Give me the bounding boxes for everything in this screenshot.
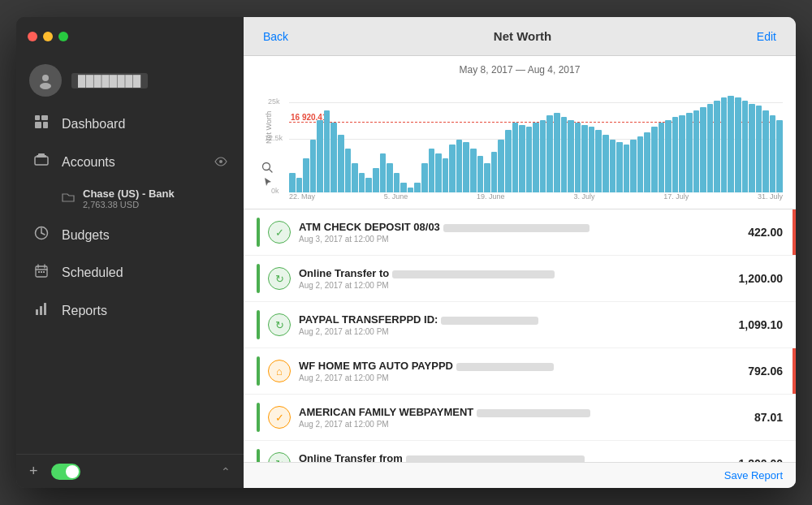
bar-27 xyxy=(477,156,484,192)
tx-amount: 422.00 xyxy=(748,226,783,239)
reports-icon xyxy=(32,301,50,320)
tx-red-bar xyxy=(793,348,796,394)
sidebar-item-scheduled[interactable]: Scheduled xyxy=(16,254,244,291)
tx-info: ATM CHECK DEPOSIT 08/03 Aug 3, 2017 at 1… xyxy=(299,221,740,244)
save-report-button[interactable]: Save Report xyxy=(721,468,786,483)
bar-4 xyxy=(317,120,323,192)
bar-19 xyxy=(421,163,428,192)
svg-rect-16 xyxy=(40,306,42,315)
bar-15 xyxy=(394,173,400,192)
bar-11 xyxy=(365,178,372,192)
bar-24 xyxy=(456,140,463,192)
tx-green-bar xyxy=(257,356,260,386)
svg-line-19 xyxy=(270,170,273,173)
titlebar xyxy=(16,17,244,56)
bar-40 xyxy=(568,120,574,192)
bar-9 xyxy=(352,163,358,192)
bar-56 xyxy=(679,115,685,192)
bar-62 xyxy=(721,97,728,192)
bar-31 xyxy=(505,130,512,192)
bar-70 xyxy=(776,120,783,192)
transaction-row[interactable]: ↻ Online Transfer from Aug 2, 2017 at 12… xyxy=(244,441,796,462)
chevron-up-icon[interactable]: ⌃ xyxy=(221,465,231,478)
bar-37 xyxy=(546,115,553,192)
dashboard-icon xyxy=(32,114,50,133)
bar-65 xyxy=(742,101,749,192)
tx-date: Aug 3, 2017 at 12:00 PM xyxy=(299,235,740,244)
sidebar-item-accounts[interactable]: Accounts xyxy=(16,143,244,181)
svg-rect-13 xyxy=(41,271,42,273)
x-label-0: 22. May xyxy=(289,192,315,201)
tx-icon: ↻ xyxy=(268,267,291,290)
sidebar-item-dashboard[interactable]: Dashboard xyxy=(16,105,244,143)
bar-35 xyxy=(533,123,539,192)
close-button[interactable] xyxy=(28,32,37,41)
tx-icon: ✓ xyxy=(268,406,291,429)
tx-name: Online Transfer from xyxy=(299,452,731,462)
tx-green-bar xyxy=(257,264,260,293)
bar-55 xyxy=(672,117,679,192)
bar-21 xyxy=(435,153,442,192)
bar-2 xyxy=(303,158,309,192)
sidebar-item-budgets[interactable]: Budgets xyxy=(16,216,244,254)
bar-20 xyxy=(429,149,435,192)
maximize-button[interactable] xyxy=(58,32,68,41)
bar-1 xyxy=(296,178,303,192)
zoom-icon[interactable] xyxy=(261,162,273,176)
tx-info: Online Transfer from Aug 2, 2017 at 12:0… xyxy=(299,452,731,462)
bar-33 xyxy=(519,125,525,192)
tx-amount: 1,099.10 xyxy=(739,318,784,331)
bar-46 xyxy=(610,140,616,192)
bar-18 xyxy=(414,183,421,192)
bar-64 xyxy=(735,97,741,192)
tx-date: Aug 2, 2017 at 12:00 PM xyxy=(299,373,740,382)
bar-58 xyxy=(693,110,700,192)
x-label-3: 3. July xyxy=(573,192,594,201)
bar-5 xyxy=(324,110,330,192)
transaction-row[interactable]: ✓ AMERICAN FAMILY WEBPAYMENT Aug 2, 2017… xyxy=(244,395,796,441)
bar-32 xyxy=(512,123,519,192)
svg-rect-14 xyxy=(43,271,45,273)
x-axis: 22. May 5. June 19. June 3. July 17. Jul… xyxy=(289,192,783,201)
sidebar-nav: Dashboard Accounts xyxy=(16,105,244,454)
svg-point-1 xyxy=(40,83,51,89)
transaction-row[interactable]: ✓ ATM CHECK DEPOSIT 08/03 Aug 3, 2017 at… xyxy=(244,209,796,256)
x-label-5: 31. July xyxy=(758,192,783,201)
tx-green-bar xyxy=(257,449,260,462)
sidebar-item-reports[interactable]: Reports xyxy=(16,291,244,330)
transaction-row[interactable]: ⌂ WF HOME MTG AUTO PAYPPD Aug 2, 2017 at… xyxy=(244,348,796,395)
tx-name: AMERICAN FAMILY WEBPAYMENT xyxy=(299,406,746,418)
bar-61 xyxy=(714,101,720,192)
bar-53 xyxy=(659,123,665,192)
profile-area: ████████ xyxy=(16,56,244,105)
bar-66 xyxy=(749,104,755,192)
account-item-chase[interactable]: Chase (US) - Bank 2,763.38 USD xyxy=(16,181,244,216)
back-button[interactable]: Back xyxy=(257,27,295,46)
transaction-row[interactable]: ↻ Online Transfer to Aug 2, 2017 at 12:0… xyxy=(244,256,796,302)
minimize-button[interactable] xyxy=(43,32,53,41)
bar-22 xyxy=(443,158,449,192)
bar-69 xyxy=(770,115,776,192)
add-button[interactable]: + xyxy=(29,463,38,480)
bar-54 xyxy=(665,120,672,192)
sidebar: ████████ Dashboard xyxy=(16,17,244,488)
svg-rect-6 xyxy=(35,157,48,165)
bar-3 xyxy=(310,140,317,192)
scheduled-label: Scheduled xyxy=(62,265,123,280)
bar-38 xyxy=(554,113,560,192)
tx-green-bar xyxy=(257,218,260,247)
bar-52 xyxy=(651,127,658,192)
bar-13 xyxy=(380,153,387,192)
eye-icon[interactable] xyxy=(214,156,227,169)
toggle-switch[interactable] xyxy=(51,464,80,480)
avatar xyxy=(29,64,62,97)
bar-41 xyxy=(575,123,581,192)
cursor-icon xyxy=(263,176,273,191)
bar-45 xyxy=(603,135,609,192)
bar-47 xyxy=(616,142,623,192)
tx-amount: 87.01 xyxy=(754,411,783,424)
x-label-2: 19. June xyxy=(477,192,505,201)
svg-rect-12 xyxy=(38,271,40,273)
edit-button[interactable]: Edit xyxy=(750,27,783,46)
transaction-row[interactable]: ↻ PAYPAL TRANSFERPPD ID: Aug 2, 2017 at … xyxy=(244,302,796,348)
